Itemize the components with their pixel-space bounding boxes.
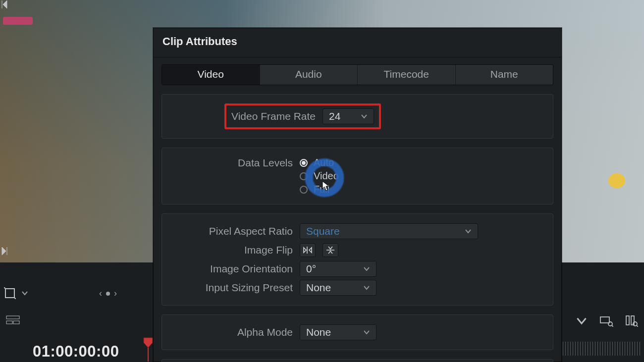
frame-rate-label: Video Frame Rate bbox=[231, 110, 322, 122]
par-label: Pixel Aspect Ratio bbox=[171, 225, 300, 237]
input-sizing-label: Input Sizing Preset bbox=[171, 282, 300, 294]
panel-data-levels: Data Levels Auto Video Full bbox=[161, 148, 553, 205]
alpha-mode-value: None bbox=[306, 326, 331, 338]
input-sizing-select[interactable]: None bbox=[300, 280, 376, 296]
timeline-playhead-icon[interactable] bbox=[143, 337, 154, 362]
next-clip-icon[interactable] bbox=[0, 247, 9, 256]
image-flip-label: Image Flip bbox=[171, 244, 300, 256]
svg-rect-7 bbox=[626, 316, 629, 325]
svg-rect-5 bbox=[600, 317, 609, 323]
clip-attributes-dialog: Clip Attributes Video Audio Timecode Nam… bbox=[153, 28, 562, 362]
frame-rate-value: 24 bbox=[329, 110, 340, 122]
par-select[interactable]: Square bbox=[300, 223, 478, 239]
radio-icon bbox=[300, 172, 308, 180]
crop-menu-chevron-icon[interactable] bbox=[22, 289, 28, 298]
flip-horizontal-button[interactable] bbox=[300, 243, 316, 257]
orientation-select[interactable]: 0° bbox=[300, 261, 376, 277]
toolbar-menu-chevron-icon[interactable] bbox=[575, 315, 589, 329]
tab-name[interactable]: Name bbox=[456, 65, 553, 85]
pager-dot bbox=[106, 292, 110, 296]
tab-timecode[interactable]: Timecode bbox=[358, 65, 456, 85]
alpha-mode-label: Alpha Mode bbox=[171, 326, 300, 338]
input-sizing-value: None bbox=[306, 282, 331, 294]
radio-label: Video bbox=[314, 170, 339, 182]
radio-label: Auto bbox=[314, 157, 334, 168]
radio-icon bbox=[300, 159, 308, 167]
radio-full[interactable]: Full bbox=[300, 184, 339, 195]
flip-vertical-button[interactable] bbox=[322, 243, 338, 257]
chevron-down-icon bbox=[360, 112, 369, 121]
tab-video[interactable]: Video bbox=[162, 65, 260, 85]
timeline-ruler[interactable] bbox=[563, 342, 642, 356]
svg-rect-3 bbox=[13, 321, 19, 324]
pager-prev-icon[interactable]: ‹ bbox=[99, 288, 102, 299]
tab-audio[interactable]: Audio bbox=[260, 65, 358, 85]
alpha-mode-select[interactable]: None bbox=[300, 324, 376, 340]
bg-shape bbox=[3, 17, 33, 25]
crop-icon[interactable] bbox=[4, 287, 16, 299]
bg-shape bbox=[608, 173, 625, 188]
viewer-background: ‹ › 01:00:00:00 Clip Attributes Video Au… bbox=[0, 0, 644, 362]
prev-clip-icon[interactable] bbox=[0, 0, 9, 9]
orientation-value: 0° bbox=[306, 263, 316, 275]
right-toolbar bbox=[575, 315, 638, 329]
radio-label: Full bbox=[314, 184, 329, 195]
data-levels-label: Data Levels bbox=[171, 157, 300, 169]
highlight-frame-rate: Video Frame Rate 24 bbox=[224, 103, 381, 129]
chevron-down-icon bbox=[362, 264, 371, 273]
panel-frame-rate: Video Frame Rate 24 bbox=[161, 94, 553, 139]
chevron-down-icon bbox=[464, 227, 473, 236]
page-indicator: ‹ › bbox=[99, 288, 117, 299]
pager-next-icon[interactable]: › bbox=[114, 288, 117, 299]
radio-video[interactable]: Video bbox=[300, 170, 339, 182]
dialog-title: Clip Attributes bbox=[154, 28, 561, 57]
data-levels-group: Auto Video Full bbox=[300, 157, 339, 195]
panel-super-scale: Super Scale None Sharpness Medium Noise … bbox=[161, 359, 553, 362]
radio-icon bbox=[300, 186, 308, 194]
svg-rect-1 bbox=[6, 316, 19, 319]
timeline-fit-icon[interactable] bbox=[624, 315, 638, 329]
timeline-zoom-icon[interactable] bbox=[599, 315, 613, 329]
svg-point-6 bbox=[608, 322, 612, 326]
svg-rect-8 bbox=[631, 316, 634, 325]
radio-auto[interactable]: Auto bbox=[300, 157, 339, 168]
frame-rate-select[interactable]: 24 bbox=[322, 108, 374, 124]
orientation-label: Image Orientation bbox=[171, 263, 300, 275]
dialog-tabs: Video Audio Timecode Name bbox=[161, 64, 553, 85]
panel-alpha: Alpha Mode None bbox=[161, 314, 553, 350]
par-value: Square bbox=[306, 225, 340, 237]
media-bins-icon[interactable] bbox=[6, 315, 20, 325]
svg-rect-2 bbox=[6, 321, 12, 324]
crop-toolbar bbox=[4, 287, 28, 299]
panel-geometry: Pixel Aspect Ratio Square Image Flip bbox=[161, 213, 553, 306]
chevron-down-icon bbox=[362, 328, 371, 337]
chevron-down-icon bbox=[362, 283, 371, 292]
timecode-display[interactable]: 01:00:00:00 bbox=[33, 343, 119, 361]
svg-rect-0 bbox=[5, 289, 14, 298]
